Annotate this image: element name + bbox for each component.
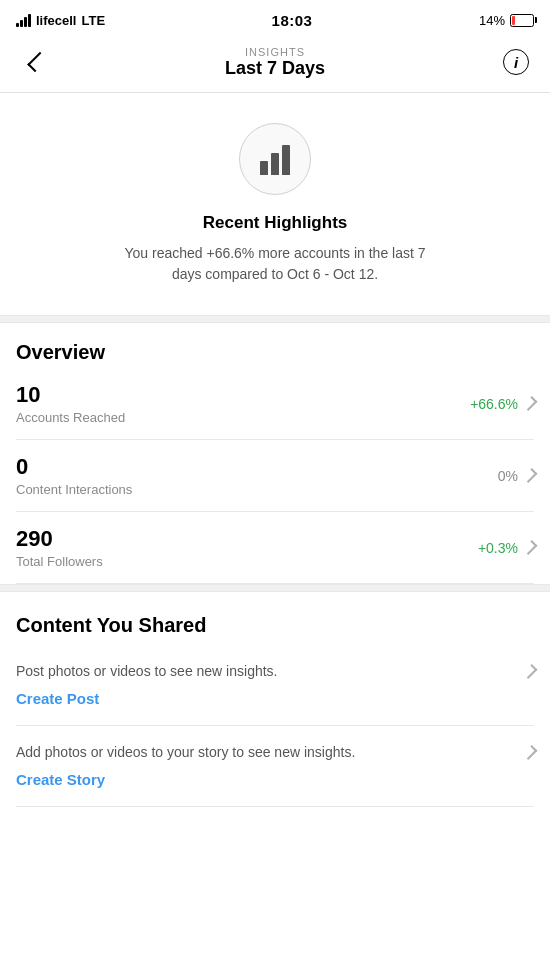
section-divider-1 <box>0 315 550 323</box>
bar-chart-icon <box>260 143 290 175</box>
total-followers-label: Total Followers <box>16 554 103 569</box>
content-shared-section: Content You Shared Post photos or videos… <box>0 592 550 807</box>
chart-icon-circle <box>239 123 311 195</box>
accounts-reached-label: Accounts Reached <box>16 410 125 425</box>
create-story-button[interactable]: Create Story <box>16 763 105 800</box>
total-followers-chevron <box>523 540 538 555</box>
battery-percent-label: 14% <box>479 13 505 28</box>
status-left: lifecell LTE <box>16 13 105 28</box>
content-interactions-left: 0 Content Interactions <box>16 454 132 497</box>
highlights-section: Recent Highlights You reached +66.6% mor… <box>0 93 550 315</box>
create-post-button[interactable]: Create Post <box>16 682 99 719</box>
network-label: LTE <box>81 13 105 28</box>
carrier-label: lifecell <box>36 13 76 28</box>
nav-header: INSIGHTS Last 7 Days i <box>0 36 550 93</box>
battery-icon <box>510 14 534 27</box>
back-button[interactable] <box>16 44 52 80</box>
status-bar: lifecell LTE 18:03 14% <box>0 0 550 36</box>
accounts-reached-left: 10 Accounts Reached <box>16 382 125 425</box>
create-story-row: Add photos or videos to your story to se… <box>16 726 534 807</box>
total-followers-row[interactable]: 290 Total Followers +0.3% <box>16 512 534 584</box>
accounts-reached-chevron <box>523 396 538 411</box>
time-label: 18:03 <box>272 12 313 29</box>
overview-section: Overview 10 Accounts Reached +66.6% 0 Co… <box>0 323 550 584</box>
create-story-description: Add photos or videos to your story to se… <box>16 742 526 763</box>
back-chevron-icon <box>27 52 48 73</box>
info-circle-icon: i <box>503 49 529 75</box>
section-divider-2 <box>0 584 550 592</box>
nav-title-group: INSIGHTS Last 7 Days <box>225 46 325 79</box>
accounts-reached-right: +66.6% <box>470 396 534 412</box>
content-interactions-chevron <box>523 468 538 483</box>
signal-icon <box>16 13 31 27</box>
nav-subtitle: INSIGHTS <box>245 46 305 58</box>
accounts-reached-row[interactable]: 10 Accounts Reached +66.6% <box>16 368 534 440</box>
total-followers-change: +0.3% <box>478 540 518 556</box>
total-followers-right: +0.3% <box>478 540 534 556</box>
total-followers-left: 290 Total Followers <box>16 526 103 569</box>
content-interactions-right: 0% <box>498 468 534 484</box>
highlights-description: You reached +66.6% more accounts in the … <box>115 243 435 285</box>
bottom-safe-area <box>0 807 550 827</box>
accounts-reached-value: 10 <box>16 382 125 408</box>
total-followers-value: 290 <box>16 526 103 552</box>
highlights-title: Recent Highlights <box>203 213 348 233</box>
create-post-row: Post photos or videos to see new insight… <box>16 645 534 726</box>
overview-section-title: Overview <box>16 323 534 368</box>
create-post-description: Post photos or videos to see new insight… <box>16 661 526 682</box>
content-shared-title: Content You Shared <box>16 592 534 645</box>
content-interactions-row[interactable]: 0 Content Interactions 0% <box>16 440 534 512</box>
content-interactions-value: 0 <box>16 454 132 480</box>
nav-title: Last 7 Days <box>225 58 325 79</box>
status-right: 14% <box>479 13 534 28</box>
content-interactions-change: 0% <box>498 468 518 484</box>
content-interactions-label: Content Interactions <box>16 482 132 497</box>
accounts-reached-change: +66.6% <box>470 396 518 412</box>
info-button[interactable]: i <box>498 44 534 80</box>
